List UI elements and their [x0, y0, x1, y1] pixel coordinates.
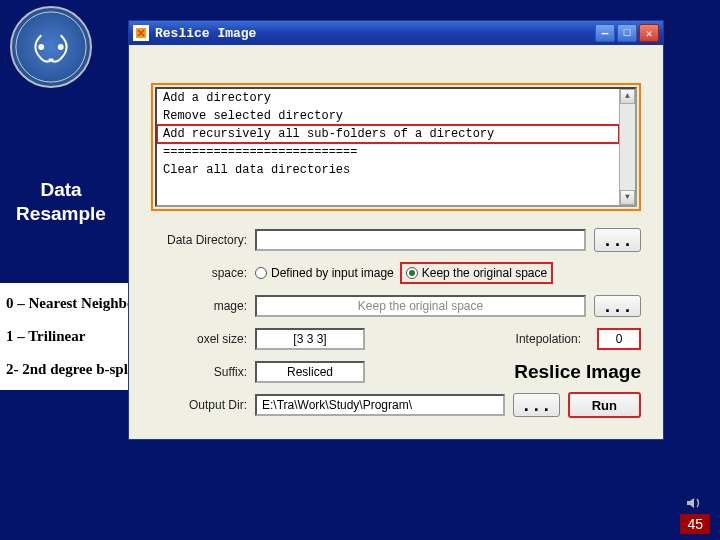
directory-listbox[interactable]: Add a directory Remove selected director… [155, 87, 637, 207]
interpolation-label: Intepolation: [516, 332, 589, 346]
output-dir-input[interactable]: E:\Tra\Work\Study\Program\ [255, 394, 505, 416]
app-icon [133, 25, 149, 41]
form-area: Data Directory: . . . space: Defined by … [129, 225, 663, 439]
svg-point-2 [58, 44, 64, 50]
page-number: 45 [680, 514, 710, 534]
maximize-button[interactable]: □ [617, 24, 637, 42]
suffix-input[interactable]: Resliced [255, 361, 365, 383]
browse-data-dir-button[interactable]: . . . [594, 228, 641, 252]
reslice-image-window: Reslice Image ‒ □ ✕ Add a directory Remo… [128, 20, 664, 440]
radio-input-image[interactable]: Defined by input image [255, 266, 394, 280]
svg-point-1 [38, 44, 44, 50]
radio-dot-icon [406, 267, 418, 279]
suffix-label: Suffix: [151, 365, 255, 379]
window-title: Reslice Image [155, 26, 256, 41]
browse-ref-image-button[interactable]: . . . [594, 295, 641, 317]
radio-keep-original-label: Keep the original space [422, 266, 547, 280]
data-directory-label: Data Directory: [151, 233, 255, 247]
list-item[interactable]: Add recursively all sub-folders of a dir… [157, 125, 619, 143]
title-line1: Data [6, 178, 116, 202]
radio-dot-icon [255, 267, 267, 279]
institution-logo [10, 6, 92, 88]
scroll-down-icon[interactable]: ▼ [620, 190, 635, 205]
directory-listbox-highlight: Add a directory Remove selected director… [151, 83, 641, 211]
data-directory-input[interactable] [255, 229, 586, 251]
interpolation-input[interactable]: 0 [597, 328, 641, 350]
list-item[interactable]: Remove selected directory [157, 107, 619, 125]
list-item[interactable]: Clear all data directories [157, 161, 619, 179]
slide-title: Data Resample [6, 178, 116, 226]
run-button[interactable]: Run [568, 392, 641, 418]
minimize-button[interactable]: ‒ [595, 24, 615, 42]
titlebar[interactable]: Reslice Image ‒ □ ✕ [129, 21, 663, 45]
voxel-size-label: oxel size: [151, 332, 255, 346]
reference-space-label: space: [151, 266, 255, 280]
output-dir-label: Output Dir: [151, 398, 255, 412]
radio-keep-original[interactable]: Keep the original space [402, 264, 551, 282]
radio-input-image-label: Defined by input image [271, 266, 394, 280]
svg-point-0 [16, 12, 86, 82]
image-label: mage: [151, 299, 255, 313]
scroll-up-icon[interactable]: ▲ [620, 89, 635, 104]
audio-icon [684, 494, 702, 512]
list-item[interactable]: =========================== [157, 143, 619, 161]
close-button[interactable]: ✕ [639, 24, 659, 42]
title-line2: Resample [6, 202, 116, 226]
reslice-image-heading: Reslice Image [514, 361, 641, 383]
list-item[interactable]: Add a directory [157, 89, 619, 107]
voxel-size-input[interactable]: [3 3 3] [255, 328, 365, 350]
listbox-scrollbar[interactable]: ▲ ▼ [619, 89, 635, 205]
browse-output-dir-button[interactable]: . . . [513, 393, 560, 417]
reference-image-input: Keep the original space [255, 295, 586, 317]
